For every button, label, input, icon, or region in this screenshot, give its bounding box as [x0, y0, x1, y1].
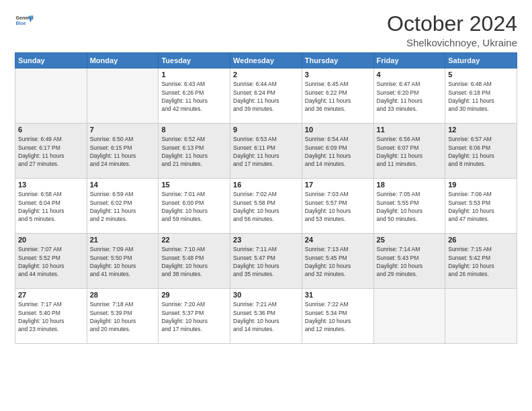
calendar-cell: 25Sunrise: 7:14 AM Sunset: 5:43 PM Dayli… — [373, 234, 445, 289]
col-wednesday: Wednesday — [230, 53, 302, 68]
day-info: Sunrise: 6:44 AM Sunset: 6:24 PM Dayligh… — [233, 80, 299, 113]
day-info: Sunrise: 6:45 AM Sunset: 6:22 PM Dayligh… — [305, 80, 371, 113]
day-number: 25 — [377, 236, 443, 244]
day-info: Sunrise: 6:56 AM Sunset: 6:07 PM Dayligh… — [377, 135, 443, 168]
day-info: Sunrise: 6:52 AM Sunset: 6:13 PM Dayligh… — [161, 135, 227, 168]
day-info: Sunrise: 6:59 AM Sunset: 6:02 PM Dayligh… — [90, 190, 156, 223]
calendar-cell: 14Sunrise: 6:59 AM Sunset: 6:02 PM Dayli… — [87, 179, 159, 234]
calendar-cell — [15, 68, 87, 124]
day-number: 24 — [305, 236, 371, 244]
day-number: 30 — [233, 291, 299, 299]
day-number: 17 — [305, 181, 371, 189]
day-info: Sunrise: 6:57 AM Sunset: 6:06 PM Dayligh… — [448, 135, 514, 168]
calendar-cell: 4Sunrise: 6:47 AM Sunset: 6:20 PM Daylig… — [373, 68, 445, 124]
day-info: Sunrise: 7:14 AM Sunset: 5:43 PM Dayligh… — [377, 245, 443, 278]
calendar-cell: 10Sunrise: 6:54 AM Sunset: 6:09 PM Dayli… — [302, 124, 373, 179]
day-number: 11 — [377, 126, 443, 134]
day-info: Sunrise: 6:58 AM Sunset: 6:04 PM Dayligh… — [18, 190, 84, 223]
col-tuesday: Tuesday — [159, 53, 230, 68]
day-info: Sunrise: 7:22 AM Sunset: 5:34 PM Dayligh… — [305, 300, 371, 333]
day-info: Sunrise: 7:13 AM Sunset: 5:45 PM Dayligh… — [305, 245, 371, 278]
header: General Blue October 2024 Shelkovichnoye… — [15, 12, 517, 48]
calendar-week-1: 6Sunrise: 6:49 AM Sunset: 6:17 PM Daylig… — [15, 124, 517, 179]
day-number: 15 — [161, 181, 227, 189]
svg-text:Blue: Blue — [16, 21, 26, 26]
day-number: 27 — [18, 291, 84, 299]
day-info: Sunrise: 7:07 AM Sunset: 5:52 PM Dayligh… — [18, 245, 84, 278]
col-friday: Friday — [373, 53, 445, 68]
col-thursday: Thursday — [302, 53, 373, 68]
day-info: Sunrise: 7:18 AM Sunset: 5:39 PM Dayligh… — [90, 300, 156, 333]
calendar-cell: 12Sunrise: 6:57 AM Sunset: 6:06 PM Dayli… — [445, 124, 517, 179]
calendar-cell: 18Sunrise: 7:05 AM Sunset: 5:55 PM Dayli… — [373, 179, 445, 234]
calendar-week-4: 27Sunrise: 7:17 AM Sunset: 5:40 PM Dayli… — [15, 289, 517, 344]
calendar-cell: 21Sunrise: 7:09 AM Sunset: 5:50 PM Dayli… — [87, 234, 159, 289]
calendar-cell: 23Sunrise: 7:11 AM Sunset: 5:47 PM Dayli… — [230, 234, 302, 289]
col-sunday: Sunday — [15, 53, 87, 68]
day-info: Sunrise: 7:20 AM Sunset: 5:37 PM Dayligh… — [161, 300, 227, 333]
day-number: 5 — [448, 71, 514, 79]
calendar-cell: 30Sunrise: 7:21 AM Sunset: 5:36 PM Dayli… — [230, 289, 302, 344]
day-info: Sunrise: 7:03 AM Sunset: 5:57 PM Dayligh… — [305, 190, 371, 223]
day-number: 19 — [448, 181, 514, 189]
calendar-table: Sunday Monday Tuesday Wednesday Thursday… — [15, 52, 517, 344]
calendar-cell — [445, 289, 517, 344]
day-info: Sunrise: 7:02 AM Sunset: 5:58 PM Dayligh… — [233, 190, 299, 223]
logo: General Blue — [15, 12, 34, 31]
day-number: 26 — [448, 236, 514, 244]
calendar-cell: 3Sunrise: 6:45 AM Sunset: 6:22 PM Daylig… — [302, 68, 373, 124]
day-info: Sunrise: 7:17 AM Sunset: 5:40 PM Dayligh… — [18, 300, 84, 333]
calendar-cell: 13Sunrise: 6:58 AM Sunset: 6:04 PM Dayli… — [15, 179, 87, 234]
day-info: Sunrise: 6:43 AM Sunset: 6:26 PM Dayligh… — [161, 80, 227, 113]
day-number: 10 — [305, 126, 371, 134]
day-number: 1 — [161, 71, 227, 79]
logo-icon: General Blue — [15, 12, 34, 31]
calendar-cell: 6Sunrise: 6:49 AM Sunset: 6:17 PM Daylig… — [15, 124, 87, 179]
calendar-cell: 24Sunrise: 7:13 AM Sunset: 5:45 PM Dayli… — [302, 234, 373, 289]
day-info: Sunrise: 6:54 AM Sunset: 6:09 PM Dayligh… — [305, 135, 371, 168]
calendar-subtitle: Shelkovichnoye, Ukraine — [387, 37, 517, 48]
day-number: 28 — [90, 291, 156, 299]
page: General Blue October 2024 Shelkovichnoye… — [0, 0, 532, 411]
day-number: 21 — [90, 236, 156, 244]
day-number: 20 — [18, 236, 84, 244]
day-number: 3 — [305, 71, 371, 79]
calendar-cell — [373, 289, 445, 344]
day-number: 9 — [233, 126, 299, 134]
day-number: 22 — [161, 236, 227, 244]
calendar-title: October 2024 — [387, 12, 517, 36]
day-number: 12 — [448, 126, 514, 134]
day-info: Sunrise: 7:11 AM Sunset: 5:47 PM Dayligh… — [233, 245, 299, 278]
calendar-cell: 27Sunrise: 7:17 AM Sunset: 5:40 PM Dayli… — [15, 289, 87, 344]
day-number: 18 — [377, 181, 443, 189]
day-number: 7 — [90, 126, 156, 134]
day-number: 13 — [18, 181, 84, 189]
header-row: Sunday Monday Tuesday Wednesday Thursday… — [15, 53, 517, 68]
day-info: Sunrise: 7:05 AM Sunset: 5:55 PM Dayligh… — [377, 190, 443, 223]
day-info: Sunrise: 6:47 AM Sunset: 6:20 PM Dayligh… — [377, 80, 443, 113]
day-number: 4 — [377, 71, 443, 79]
calendar-cell: 5Sunrise: 6:48 AM Sunset: 6:18 PM Daylig… — [445, 68, 517, 124]
calendar-cell — [87, 68, 159, 124]
calendar-cell: 8Sunrise: 6:52 AM Sunset: 6:13 PM Daylig… — [159, 124, 230, 179]
calendar-week-2: 13Sunrise: 6:58 AM Sunset: 6:04 PM Dayli… — [15, 179, 517, 234]
calendar-cell: 19Sunrise: 7:06 AM Sunset: 5:53 PM Dayli… — [445, 179, 517, 234]
calendar-cell: 31Sunrise: 7:22 AM Sunset: 5:34 PM Dayli… — [302, 289, 373, 344]
calendar-cell: 1Sunrise: 6:43 AM Sunset: 6:26 PM Daylig… — [159, 68, 230, 124]
day-info: Sunrise: 6:50 AM Sunset: 6:15 PM Dayligh… — [90, 135, 156, 168]
day-number: 29 — [161, 291, 227, 299]
day-info: Sunrise: 7:21 AM Sunset: 5:36 PM Dayligh… — [233, 300, 299, 333]
col-monday: Monday — [87, 53, 159, 68]
col-saturday: Saturday — [445, 53, 517, 68]
day-info: Sunrise: 6:53 AM Sunset: 6:11 PM Dayligh… — [233, 135, 299, 168]
calendar-cell: 7Sunrise: 6:50 AM Sunset: 6:15 PM Daylig… — [87, 124, 159, 179]
day-number: 31 — [305, 291, 371, 299]
day-number: 14 — [90, 181, 156, 189]
day-number: 23 — [233, 236, 299, 244]
day-number: 2 — [233, 71, 299, 79]
day-number: 6 — [18, 126, 84, 134]
day-info: Sunrise: 7:09 AM Sunset: 5:50 PM Dayligh… — [90, 245, 156, 278]
day-info: Sunrise: 7:06 AM Sunset: 5:53 PM Dayligh… — [448, 190, 514, 223]
calendar-cell: 17Sunrise: 7:03 AM Sunset: 5:57 PM Dayli… — [302, 179, 373, 234]
calendar-cell: 26Sunrise: 7:15 AM Sunset: 5:42 PM Dayli… — [445, 234, 517, 289]
